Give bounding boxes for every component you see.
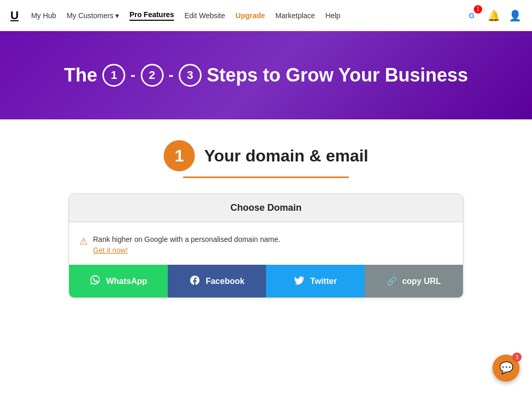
facebook-icon [189, 275, 201, 288]
main-content: 1 Your domain & email Choose Domain ⚠ Ra… [0, 119, 532, 298]
logo[interactable]: U [10, 9, 19, 22]
notifications-button[interactable]: 🔔 [487, 9, 500, 22]
hero-step-1: 1 [102, 64, 125, 87]
step-header: 1 Your domain & email [164, 140, 368, 171]
hero-dash-1: - [130, 67, 135, 84]
nav-pro-features[interactable]: Pro Features [129, 10, 174, 21]
domain-card: Choose Domain ⚠ Rank higher on Google wi… [69, 194, 463, 298]
chat-badge: 3 [512, 352, 522, 362]
hero-title-prefix: The [64, 64, 97, 86]
chevron-down-icon: ▾ [115, 11, 119, 20]
whatsapp-share-button[interactable]: WhatsApp [69, 265, 168, 297]
twitter-label: Twitter [310, 277, 337, 286]
nav-edit-website[interactable]: Edit Website [184, 11, 225, 20]
hero-title-suffix: Steps to Grow Your Business [207, 64, 468, 86]
domain-notice-content: Rank higher on Google with a personalise… [93, 235, 280, 254]
hero-step-3: 3 [179, 64, 202, 87]
nav-help[interactable]: Help [325, 11, 340, 20]
hero-title: The 1 - 2 - 3 Steps to Grow Your Busines… [64, 64, 468, 87]
domain-card-body: ⚠ Rank higher on Google with a personali… [69, 222, 463, 254]
facebook-share-button[interactable]: Facebook [168, 265, 267, 297]
facebook-label: Facebook [206, 277, 245, 286]
user-profile-button[interactable]: 👤 [509, 9, 522, 22]
chat-bubble-button[interactable]: 💬 3 [493, 355, 520, 382]
nav-upgrade[interactable]: Upgrade [235, 11, 265, 20]
nav-my-customers[interactable]: My Customers ▾ [66, 11, 119, 20]
google-badge: 1 [474, 5, 482, 13]
nav-links: My Hub My Customers ▾ Pro Features Edit … [31, 10, 464, 21]
hero-banner: The 1 - 2 - 3 Steps to Grow Your Busines… [0, 31, 532, 119]
link-icon: 🔗 [387, 276, 397, 286]
domain-notice-text: Rank higher on Google with a personalise… [93, 235, 280, 243]
google-account-button[interactable]: G 1 [464, 8, 479, 23]
share-buttons: WhatsApp Facebook Twitter 🔗 copy URL [69, 265, 463, 297]
hero-dash-2: - [169, 67, 174, 84]
warning-icon: ⚠ [79, 236, 88, 247]
get-it-now-link[interactable]: Get it now! [93, 246, 280, 254]
nav-marketplace[interactable]: Marketplace [275, 11, 315, 20]
domain-notice: ⚠ Rank higher on Google with a personali… [79, 235, 453, 254]
bell-icon: 🔔 [487, 10, 500, 21]
step-underline [183, 176, 349, 178]
whatsapp-icon [89, 274, 101, 288]
step-title: Your domain & email [204, 146, 368, 166]
step-circle: 1 [164, 140, 195, 171]
chat-icon: 💬 [499, 361, 513, 375]
nav-my-hub[interactable]: My Hub [31, 11, 56, 20]
copy-url-label: copy URL [402, 277, 441, 286]
hero-step-2: 2 [141, 64, 164, 87]
domain-card-header: Choose Domain [69, 194, 463, 222]
twitter-share-button[interactable]: Twitter [266, 265, 365, 297]
navbar: U My Hub My Customers ▾ Pro Features Edi… [0, 0, 532, 31]
copy-url-button[interactable]: 🔗 copy URL [365, 265, 463, 297]
whatsapp-label: WhatsApp [106, 277, 147, 286]
twitter-icon [294, 275, 305, 288]
navbar-right: G 1 🔔 👤 [464, 8, 522, 23]
user-icon: 👤 [509, 10, 522, 21]
